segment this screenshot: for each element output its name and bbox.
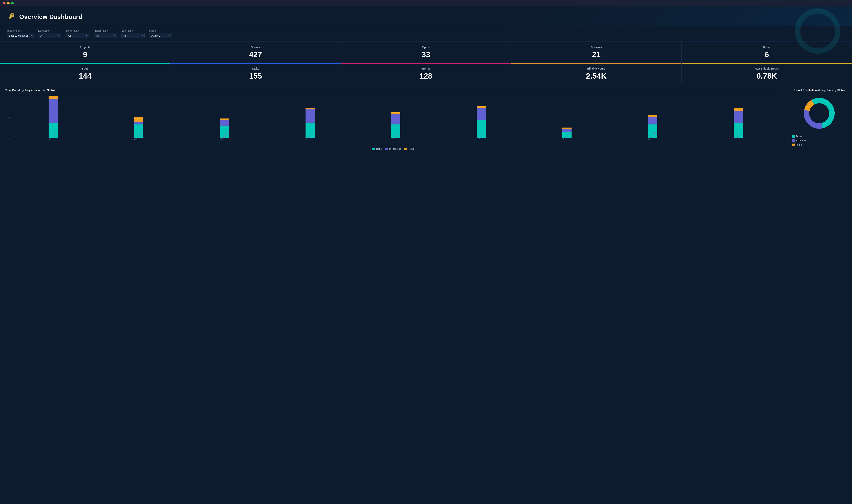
project-filter-label: Project Name:	[94, 30, 117, 32]
stat-value: 2.54K	[515, 72, 677, 80]
stat-value: 427	[174, 50, 337, 59]
status-select-wrapper[interactable]: ACTIVE INACTIVE ALL	[149, 33, 172, 38]
stat-cards-row1: Projects 9 Sprints 427 Epics 33 Releases…	[0, 42, 852, 63]
stat-label: Epics	[345, 46, 507, 49]
project-filter-group: Project Name: All	[94, 30, 117, 38]
bar-segment-inprogress	[220, 120, 229, 126]
bar-segment-todo	[134, 117, 143, 122]
item-filter-label: Item Name:	[121, 30, 145, 32]
donut-segment-inprogress	[804, 110, 822, 129]
bar-chart-panel: Task Count by Project based on Status 20…	[0, 84, 786, 154]
bar-group: Global Notificat..	[269, 108, 351, 141]
bar-segment-inprogress	[477, 108, 486, 120]
donut-legend-todo-dot	[792, 144, 795, 146]
donut-svg	[801, 95, 837, 131]
y-label-10: 10	[5, 117, 10, 120]
item-select-wrapper[interactable]: All	[121, 33, 145, 38]
legend-inprogress-label: In Progress	[389, 148, 401, 150]
bar-group: Mobile Project	[526, 128, 608, 141]
bar-segment-inprogress	[134, 122, 143, 125]
legend-inprogress: In Progress	[385, 148, 401, 150]
donut-legend-inprogress-label: In Progress	[796, 139, 808, 142]
stat-value: 0.78K	[686, 72, 848, 80]
close-dot[interactable]	[3, 2, 5, 4]
stat-card-stories: Stories 128	[341, 63, 511, 84]
bar-segment-todo	[49, 96, 58, 99]
grid-line-top	[10, 95, 781, 95]
sprint-filter-group: Sprint Name: All	[66, 30, 89, 38]
epic-select-wrapper[interactable]: All	[38, 33, 61, 38]
bar-segment-inprogress	[648, 117, 657, 124]
minimize-dot[interactable]	[7, 2, 10, 4]
window-bar	[0, 0, 852, 6]
bar-chart-legend: Done In Progress To do	[5, 148, 781, 150]
status-filter-label: Status:	[149, 30, 172, 32]
stat-card-sprints: Sprints 427	[171, 42, 341, 63]
stat-label: Sprints	[174, 46, 337, 49]
stat-value: 128	[345, 72, 507, 80]
bar-segment-inprogress	[49, 99, 58, 123]
charts-section: Task Count by Project based on Status 20…	[0, 84, 852, 154]
legend-todo-label: To do	[408, 148, 414, 150]
y-axis: 20 10 0	[5, 95, 10, 141]
stat-card-epics: Epics 33	[341, 42, 511, 63]
bar-segment-todo	[562, 128, 571, 129]
timeline-filter-group: Timeline Filter: Last 12 Month(s) Last 6…	[7, 30, 34, 38]
project-select[interactable]: All	[94, 33, 117, 38]
item-filter-group: Item Name: All	[121, 30, 145, 38]
stat-value: 9	[4, 50, 166, 59]
project-select-wrapper[interactable]: All	[94, 33, 117, 38]
donut-legend-inprogress-dot	[792, 139, 795, 142]
header: Overview Dashboard	[0, 6, 852, 26]
y-label-20: 20	[5, 95, 10, 97]
stat-label: Stories	[345, 67, 507, 70]
timeline-select-wrapper[interactable]: Last 12 Month(s) Last 6 Month(s) Last 3 …	[7, 33, 34, 38]
y-label-0: 0	[5, 139, 10, 141]
dashboard-icon	[7, 12, 15, 22]
stat-cards-row2: Bugs 144 Tasks 155 Stories 128 Billable …	[0, 63, 852, 84]
epic-select[interactable]: All	[38, 33, 61, 38]
status-select[interactable]: ACTIVE INACTIVE ALL	[149, 33, 172, 38]
stat-card-users: Users 6	[681, 42, 852, 63]
stat-label: Tasks	[174, 67, 337, 70]
filters-bar: Timeline Filter: Last 12 Month(s) Last 6…	[0, 26, 852, 42]
bar-group: Usability	[697, 108, 779, 141]
epic-filter-group: Epic Name: All	[38, 30, 61, 38]
main-container: Overview Dashboard Timeline Filter: Last…	[0, 6, 852, 504]
sprint-select-wrapper[interactable]: All	[66, 33, 89, 38]
donut-legend-done-label: Done	[796, 135, 802, 138]
stat-label: Projects	[4, 46, 166, 49]
epic-filter-label: Epic Name:	[38, 30, 61, 32]
bar-chart-title: Task Count by Project based on Status	[5, 89, 781, 92]
stat-card-projects: Projects 9	[0, 42, 171, 63]
bar-group: System architec..	[611, 115, 694, 141]
bar-group: Integration	[355, 112, 437, 141]
svg-point-0	[12, 14, 13, 15]
item-select[interactable]: All	[121, 33, 145, 38]
page-title: Overview Dashboard	[19, 13, 82, 20]
bar-segment-inprogress	[391, 114, 401, 124]
donut-chart-panel: Overall Distribution of Log Hours by Sta…	[786, 84, 852, 154]
stat-value: 6	[686, 50, 848, 59]
stat-label: Releases	[515, 46, 677, 49]
timeline-select[interactable]: Last 12 Month(s) Last 6 Month(s) Last 3 …	[7, 33, 34, 38]
stat-label: Bugs	[4, 67, 166, 70]
stat-card-billable-hours: Billable Hours 2.54K	[511, 63, 681, 84]
donut-chart-title: Overall Distribution of Log Hours by Sta…	[794, 89, 845, 91]
bar-segment-todo	[477, 106, 486, 108]
donut-legend-todo-label: To do	[796, 144, 802, 146]
stat-card-releases: Releases 21	[511, 42, 681, 63]
donut-legend-done-dot	[792, 135, 795, 138]
legend-todo-dot	[404, 148, 407, 150]
bar-segment-todo	[648, 115, 657, 117]
bar-group: Marketing	[440, 106, 522, 141]
stat-label: Billable Hours	[515, 67, 677, 70]
stat-card-non-billable-hours: Non Billable Hours 0.78K	[681, 63, 852, 84]
stat-card-bugs: Bugs 144	[0, 63, 171, 84]
bar-group: API - Upload To..	[12, 96, 94, 141]
stat-value: 21	[515, 50, 677, 59]
maximize-dot[interactable]	[11, 2, 14, 4]
sprint-select[interactable]: All	[66, 33, 89, 38]
bars-container: API - Upload To..Data model des..Databas…	[10, 95, 781, 141]
stat-value: 33	[345, 50, 507, 59]
